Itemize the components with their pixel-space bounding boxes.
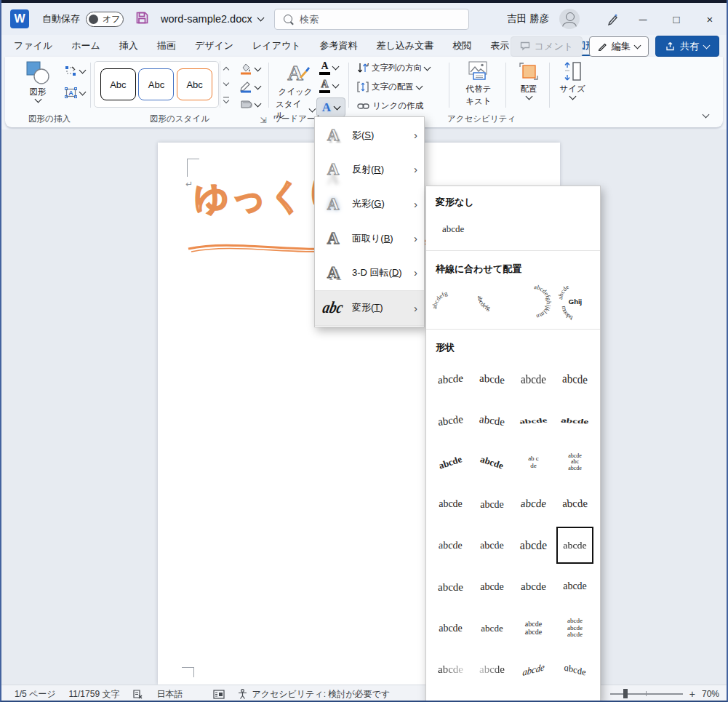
warp-option-double-wave-1[interactable]: abcde	[430, 524, 471, 566]
warp-option-plain[interactable]: abcde	[513, 690, 554, 702]
warp-option-curve-down[interactable]: abcde	[471, 400, 513, 442]
search-input[interactable]: 検索	[274, 9, 469, 30]
shape-fill-button[interactable]	[239, 63, 260, 75]
effects-menu-item-2[interactable]: A 反射(R) ›	[315, 152, 424, 186]
collapse-ribbon-button[interactable]	[703, 107, 708, 120]
language-indicator[interactable]: 日本語	[156, 688, 183, 701]
follow-path-option-arch-up[interactable]: abcdefg	[430, 280, 471, 324]
effects-menu-item-6[interactable]: abc 変形(T) ›	[315, 290, 424, 326]
ribbon-tab-7[interactable]: 参考資料	[311, 35, 367, 57]
dialog-launcher-icon[interactable]: ⇲	[258, 115, 268, 125]
quick-styles-button[interactable]: A クイック スタイル	[276, 60, 315, 121]
text-direction-button[interactable]: A 文字列の方向	[357, 63, 430, 73]
follow-path-option-button[interactable]: abcdeGhijmnopq	[554, 280, 596, 324]
warp-option-chevron-inverted[interactable]: abcde	[554, 359, 596, 400]
warp-option-can-up[interactable]: abcde	[430, 483, 471, 524]
warp-option-slant-down[interactable]: abcde	[554, 649, 596, 690]
ink-pen-icon[interactable]	[600, 3, 626, 35]
warp-option-ring-outside[interactable]: abcde	[554, 400, 596, 442]
gallery-more-button[interactable]	[220, 92, 232, 108]
save-icon[interactable]	[135, 11, 149, 28]
ribbon-tab-5[interactable]: デザイン	[185, 35, 243, 57]
page-indicator[interactable]: 1/5 ページ	[15, 688, 56, 701]
shape-style-swatch-1[interactable]: Abc	[100, 68, 136, 100]
word-count[interactable]: 11/1759 文字	[69, 688, 120, 701]
proofing-icon[interactable]	[132, 689, 143, 699]
comments-button[interactable]: コメント	[511, 36, 583, 57]
shape-outline-button[interactable]	[239, 81, 260, 93]
zoom-slider-handle[interactable]	[623, 689, 628, 698]
warp-option-double-wave-2[interactable]: abcde	[471, 524, 513, 566]
effects-menu-item-3[interactable]: A 光彩(G) ›	[315, 187, 424, 221]
warp-option-arch-up-pour[interactable]: abcde	[430, 442, 471, 483]
document-title[interactable]: word-sample2.docx	[161, 13, 263, 25]
warp-option-triangle[interactable]: abcde	[430, 359, 471, 400]
warp-option-inflate-top[interactable]: abcde	[513, 566, 554, 607]
autosave-toggle[interactable]: オフ	[86, 12, 124, 27]
gallery-scroll-down-button[interactable]	[220, 76, 232, 92]
ribbon-tab-9[interactable]: 校閲	[443, 35, 481, 57]
ribbon-tab-2[interactable]: ホーム	[62, 35, 110, 57]
effects-menu-item-4[interactable]: A 面取り(B) ›	[315, 221, 424, 255]
text-align-button[interactable]: 文字の配置	[357, 81, 422, 92]
minimize-button[interactable]: ─	[626, 3, 660, 35]
warp-option-fade-up[interactable]: abcde	[430, 690, 471, 702]
warp-option-deflate-top[interactable]: abcde	[554, 566, 596, 607]
ribbon-tab-1[interactable]: ファイル	[4, 35, 62, 57]
effects-menu-item-5[interactable]: A 3-D 回転(D) ›	[315, 255, 424, 290]
word-app-icon[interactable]: W	[10, 9, 29, 28]
edit-shape-button[interactable]	[65, 65, 85, 76]
warp-option-arch-down-pour[interactable]: abcde	[471, 442, 513, 483]
effects-menu-item-1[interactable]: A 影(S) ›	[315, 118, 424, 152]
warp-option-wave-1[interactable]: abcde	[513, 483, 554, 524]
accessibility-status[interactable]: アクセシビリティ: 検討が必要です	[238, 688, 390, 701]
ribbon-tab-6[interactable]: レイアウト	[243, 35, 311, 57]
autosave-control[interactable]: 自動保存 オフ	[42, 12, 124, 27]
text-fill-button[interactable]: A	[319, 61, 338, 75]
arrange-button[interactable]: 配置	[511, 60, 546, 99]
follow-path-option-circle[interactable]: abcdefghijklmn	[513, 280, 554, 324]
follow-path-option-arch-down[interactable]: abcdefg	[471, 280, 513, 324]
maximize-button[interactable]: □	[660, 3, 693, 35]
warp-option-ring-inside[interactable]: abcde	[513, 400, 554, 442]
create-link-button[interactable]: リンクの作成	[357, 100, 423, 111]
warp-option-fade-left[interactable]: abcde	[471, 649, 513, 690]
warp-option-wave-2[interactable]: abcde	[554, 483, 596, 524]
text-box-button[interactable]: A	[65, 87, 85, 98]
warp-option-curve-up[interactable]: abcde	[430, 400, 471, 442]
warp-option-deflate-inflate[interactable]: abcde	[430, 607, 471, 649]
warp-option-deflate-inflate-deflate[interactable]: abcde	[471, 607, 513, 649]
gallery-scroll-up-button[interactable]	[220, 61, 232, 76]
warp-option-triangle-inverted[interactable]: abcde	[471, 359, 513, 400]
user-avatar[interactable]	[559, 9, 580, 29]
editing-mode-button[interactable]: 編集	[589, 36, 649, 57]
ribbon-tab-4[interactable]: 描画	[148, 35, 185, 57]
zoom-slider[interactable]	[610, 693, 683, 694]
close-button[interactable]: ×	[693, 3, 727, 35]
warp-option-fade-down[interactable]: abcde	[471, 690, 513, 702]
warp-option-cascade-up[interactable]: abcdeabcde	[513, 607, 554, 649]
shape-style-swatch-3[interactable]: Abc	[177, 68, 212, 100]
ribbon-tab-3[interactable]: 挿入	[110, 35, 148, 57]
warp-option-cascade-down[interactable]: abcdeabcdeabcde	[554, 607, 596, 649]
focus-mode-icon[interactable]	[213, 690, 225, 699]
warp-option-chevron[interactable]: abcde	[513, 359, 554, 400]
zoom-level[interactable]: 70%	[702, 689, 719, 699]
warp-option-fade-right[interactable]: abcde	[430, 649, 471, 690]
warp-option-circle-pour[interactable]: ab cde	[513, 442, 554, 483]
warp-option-can-down[interactable]: abcde	[471, 483, 513, 524]
warp-option-inflate[interactable]: abcde	[513, 524, 554, 566]
warp-option-slant-up[interactable]: abcde	[513, 649, 554, 690]
transform-option-none[interactable]: abcde	[426, 213, 600, 245]
warp-option-plain[interactable]: abcde	[554, 690, 596, 702]
zoom-in-button[interactable]: +	[689, 688, 695, 700]
text-outline-button[interactable]: A	[319, 79, 338, 93]
shape-style-swatch-2[interactable]: Abc	[138, 68, 174, 100]
alt-text-button[interactable]: 代替テ キスト	[455, 60, 503, 107]
warp-option-inflate-bottom[interactable]: abcde	[430, 566, 471, 607]
size-button[interactable]: サイズ	[555, 60, 590, 99]
warp-option-button-pour[interactable]: abcdeabcabcde	[554, 442, 596, 483]
insert-shapes-button[interactable]: 図形	[17, 60, 59, 102]
warp-option-deflate-bottom[interactable]: abcde	[471, 566, 513, 607]
user-name[interactable]: 吉田 勝彦	[507, 12, 549, 25]
